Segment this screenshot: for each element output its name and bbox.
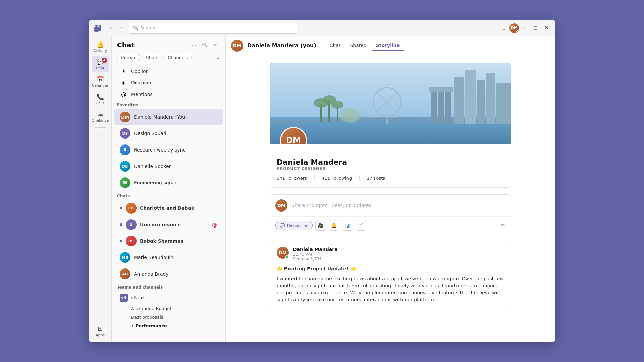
channel-item-alexandria[interactable]: Alexandria Budget — [114, 304, 223, 313]
user-avatar-title[interactable]: DM — [509, 23, 519, 33]
nav-label-discover: Discover — [131, 80, 217, 85]
compose-placeholder[interactable]: Share thoughts, ideas, or updates — [291, 203, 505, 208]
discover-icon: ◈ — [120, 79, 128, 86]
tab-chat[interactable]: Chat — [326, 41, 345, 51]
chat-name-design-squad: Design Squad — [134, 131, 217, 136]
sidebar-more-button[interactable]: ··· — [189, 40, 199, 50]
chat-item-daniela[interactable]: DM Daniela Mandera (You) — [114, 109, 223, 125]
compose-actions: 💬 Discussion 🎥 🔔 📊 📄 — [270, 217, 511, 234]
channel-item-best-proposals[interactable]: Best proposals — [114, 313, 223, 321]
rail-item-activity[interactable]: 🔔 Activity — [92, 39, 109, 55]
maximize-button[interactable]: □ — [531, 23, 540, 33]
filter-channels[interactable]: Channels — [164, 54, 192, 61]
calls-icon: 📞 — [97, 93, 104, 100]
rail-item-onedrive[interactable]: ☁ OneDrive — [92, 109, 109, 125]
svg-rect-8 — [438, 88, 444, 124]
content-header: DM Daniela Mandera (you) Chat Shared Sto… — [226, 36, 555, 55]
close-button[interactable]: ✕ — [542, 23, 551, 33]
post-author-info: Daniela Mandera 11:43 AM Seen by 1,731 — [293, 247, 504, 261]
chat-name-unicorn: Unicorn invoice — [140, 222, 209, 227]
chat-badge: 4 — [102, 58, 107, 63]
back-button[interactable]: ‹ — [106, 23, 116, 33]
svg-rect-5 — [486, 73, 495, 124]
team-item-vnext[interactable]: vN vNext — [114, 291, 223, 304]
chat-item-unicorn[interactable]: U Unicorn invoice @ — [114, 217, 223, 233]
svg-point-24 — [340, 108, 360, 123]
compose-edit-icon[interactable]: ✏ — [501, 222, 505, 229]
sidebar-list: ✦ Copilot ◈ Discover @ Mentions Favorite… — [112, 64, 225, 342]
rail-item-apps[interactable]: ⊞ Apps — [92, 323, 109, 339]
avatar-charlotte: CB — [126, 203, 137, 214]
nav-item-discover[interactable]: ◈ Discover — [114, 77, 223, 88]
channel-item-performance[interactable]: • Performance — [114, 322, 223, 330]
chat-name-marie: Marie Beaudouin — [134, 255, 217, 260]
filter-chevron-icon[interactable]: ⌄ — [216, 55, 220, 60]
avatar-amanda: AB — [120, 268, 130, 279]
profile-more-button[interactable]: ··· — [495, 158, 504, 167]
compose-discussion-button[interactable]: 💬 Discussion — [275, 221, 313, 230]
nav-item-mentions[interactable]: @ Mentions — [114, 88, 223, 100]
sidebar: Chat ··· 🔍 ✏ Unread Chats Channels ⌄ ✦ C… — [112, 36, 226, 342]
content-tabs: Chat Shared Storyline — [326, 41, 404, 51]
avatar-marie: MB — [120, 252, 130, 263]
compose-chart-button[interactable]: 📊 — [342, 220, 353, 231]
more-options-button[interactable]: ... — [499, 23, 508, 33]
post-title: 🌟 Exciting Project Update! 🌟 — [277, 265, 504, 273]
unread-dot-charlotte — [120, 207, 122, 209]
sidebar-header: Chat ··· 🔍 ✏ — [112, 36, 225, 52]
team-icon-vnext: vN — [120, 294, 128, 302]
sidebar-search-button[interactable]: 🔍 — [200, 40, 209, 50]
profile-title: PRODUCT DESIGNER — [277, 166, 347, 171]
tab-shared[interactable]: Shared — [346, 41, 370, 51]
svg-rect-10 — [429, 87, 453, 92]
chat-item-amanda[interactable]: AB Amanda Brady — [114, 266, 223, 282]
chat-item-danielle[interactable]: DB Danielle Booker — [114, 158, 223, 174]
rail-item-calendar[interactable]: 📅 Calendar — [92, 74, 109, 90]
minimize-button[interactable]: – — [520, 23, 530, 33]
avatar-research-sync: R — [120, 144, 130, 155]
post-compose: DM Share thoughts, ideas, or updates 💬 D… — [270, 194, 511, 234]
filter-unread[interactable]: Unread — [117, 54, 140, 61]
compose-video-button[interactable]: 🎥 — [315, 220, 326, 231]
avatar-danielle: DB — [120, 161, 130, 172]
post-header: DM Daniela Mandera 11:43 AM Seen by 1,73… — [277, 247, 504, 261]
more-icon: ··· — [97, 132, 103, 139]
chat-name-danielle: Danielle Booker — [134, 164, 217, 169]
unread-dot-unicorn — [120, 223, 122, 226]
teams-header: Teams and channels — [112, 282, 225, 291]
search-bar[interactable]: 🔍 Search — [129, 23, 297, 34]
rail-item-more[interactable]: ··· — [92, 130, 109, 141]
post-text: I wanted to share some exciting news abo… — [277, 275, 504, 303]
chat-item-marie[interactable]: MB Marie Beaudouin — [114, 249, 223, 265]
content-header-more[interactable]: ··· — [540, 41, 550, 50]
post-body: 🌟 Exciting Project Update! 🌟 I wanted to… — [277, 265, 504, 303]
filter-chats[interactable]: Chats — [142, 54, 162, 61]
title-bar-actions: ... DM – □ ✕ — [499, 23, 551, 33]
avatar-unicorn: U — [126, 219, 137, 230]
forward-button[interactable]: › — [117, 23, 126, 33]
apps-icon: ⊞ — [98, 325, 103, 332]
discussion-icon: 💬 — [280, 223, 285, 228]
online-indicator — [516, 30, 519, 33]
nav-item-copilot[interactable]: ✦ Copilot — [114, 66, 223, 77]
profile-stats: 341 Followers | 411 Following | 17 Posts — [277, 176, 504, 181]
channel-bullet-performance: • — [131, 323, 136, 328]
chat-name-amanda: Amanda Brady — [134, 271, 217, 277]
stat-divider-2: | — [359, 176, 360, 181]
rail-item-calls[interactable]: 📞 Calls — [92, 91, 109, 107]
tab-storyline[interactable]: Storyline — [372, 41, 404, 51]
compose-bell-button[interactable]: 🔔 — [329, 220, 339, 231]
svg-rect-2 — [454, 77, 464, 124]
chat-item-babak[interactable]: BS Babak Shammas — [114, 233, 223, 249]
sidebar-compose-button[interactable]: ✏ — [211, 40, 220, 50]
chat-item-charlotte[interactable]: CB Charlotte and Babak — [114, 200, 223, 216]
chat-item-design-squad[interactable]: DS Design Squad — [114, 125, 223, 141]
content-person-avatar: DM — [231, 40, 243, 52]
doc-icon: 📄 — [358, 223, 364, 228]
chat-item-eng-squad[interactable]: ES Engineering squad — [114, 175, 223, 191]
content-more-button[interactable]: ··· — [540, 41, 550, 50]
bell-icon: 🔔 — [331, 223, 337, 228]
chat-item-research-sync[interactable]: R Research weekly sync — [114, 142, 223, 158]
compose-doc-button[interactable]: 📄 — [356, 220, 366, 231]
rail-item-chat[interactable]: 4 💬 Chat — [92, 56, 109, 72]
